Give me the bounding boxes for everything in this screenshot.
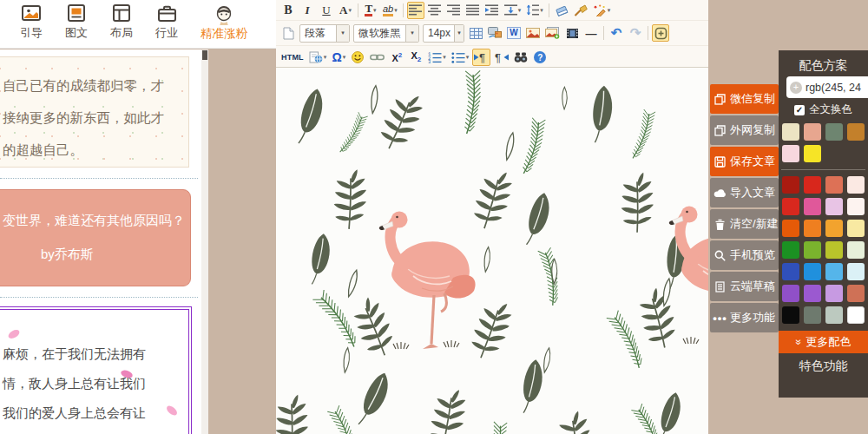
editor-canvas[interactable] bbox=[276, 68, 708, 434]
text-direction-ltr-button[interactable]: ¶ bbox=[472, 49, 490, 66]
color-swatch[interactable] bbox=[804, 198, 821, 215]
text-direction-rtl-button[interactable]: ¶ bbox=[492, 49, 510, 66]
nav-item-fans-growth[interactable]: 精准涨粉 bbox=[191, 3, 257, 42]
import-article-button[interactable]: 导入文章 bbox=[710, 178, 779, 207]
screenshot-button[interactable] bbox=[486, 24, 503, 42]
paragraph-select[interactable]: 段落▾ bbox=[299, 24, 350, 43]
insert-box-button[interactable] bbox=[652, 24, 669, 42]
eraser-button[interactable] bbox=[553, 2, 570, 19]
subscript-button[interactable]: X2 bbox=[407, 49, 424, 66]
color-swatch[interactable] bbox=[847, 263, 865, 280]
color-swatch[interactable] bbox=[782, 263, 799, 280]
color-swatch[interactable] bbox=[825, 285, 843, 302]
color-swatch[interactable] bbox=[825, 306, 843, 324]
undo-button[interactable]: ↶ bbox=[608, 24, 625, 42]
more-colors-button[interactable]: » 更多配色 bbox=[779, 331, 868, 353]
page-preview-button[interactable]: ▾ bbox=[307, 49, 329, 66]
color-swatch[interactable] bbox=[804, 220, 821, 237]
help-button[interactable]: ? bbox=[531, 49, 549, 66]
indent-button[interactable] bbox=[483, 2, 501, 19]
color-swatch[interactable] bbox=[847, 285, 865, 302]
font-family-select[interactable]: 微软雅黑▾ bbox=[353, 24, 419, 43]
color-swatch[interactable] bbox=[847, 241, 865, 259]
unordered-list-button[interactable]: ▾ bbox=[450, 49, 471, 66]
insert-link-button[interactable] bbox=[368, 49, 386, 66]
color-swatch[interactable] bbox=[825, 123, 843, 141]
nav-item-guide[interactable]: 引导 bbox=[9, 3, 54, 41]
color-swatch[interactable] bbox=[847, 220, 865, 237]
more-functions-button[interactable]: ••• 更多功能 bbox=[710, 303, 779, 332]
word-import-button[interactable]: W bbox=[505, 24, 523, 42]
align-center-button[interactable] bbox=[426, 2, 444, 19]
color-swatch[interactable] bbox=[782, 145, 799, 162]
font-size-select[interactable]: 14px▾ bbox=[423, 24, 464, 43]
superscript-button[interactable]: X2 bbox=[388, 49, 405, 66]
font-color-button[interactable]: T▾ bbox=[362, 2, 379, 19]
template-card-quote-2[interactable]: 变世界，难道还有其他原因吗？ by乔布斯 bbox=[0, 189, 191, 286]
color-swatch[interactable] bbox=[825, 263, 843, 280]
color-swatch[interactable] bbox=[782, 220, 799, 237]
color-swatch[interactable] bbox=[804, 306, 821, 324]
phone-preview-button[interactable]: 手机预览 bbox=[710, 240, 779, 270]
para-spacing-button[interactable]: ▾ bbox=[503, 2, 523, 19]
multi-image-button[interactable] bbox=[543, 24, 562, 42]
magic-format-button[interactable]: ▾ bbox=[591, 2, 613, 19]
align-justify-button[interactable] bbox=[464, 2, 482, 19]
cloud-draft-button[interactable]: 云端草稿 bbox=[710, 272, 779, 301]
nav-item-article[interactable]: 图文 bbox=[54, 3, 99, 41]
italic-button[interactable]: I bbox=[299, 2, 316, 19]
color-swatch[interactable] bbox=[847, 176, 865, 194]
format-brush-button[interactable] bbox=[572, 2, 589, 19]
special-features-header[interactable]: 特色功能 bbox=[779, 353, 868, 379]
rgb-color-input[interactable]: + rgb(245, 24 bbox=[786, 76, 868, 98]
horizontal-rule-button[interactable]: — bbox=[582, 24, 600, 42]
color-swatch[interactable] bbox=[804, 123, 821, 141]
font-size-button[interactable]: A▾ bbox=[337, 2, 354, 19]
color-swatch[interactable] bbox=[782, 285, 799, 302]
new-doc-button[interactable] bbox=[279, 24, 297, 42]
redo-button[interactable]: ↷ bbox=[627, 24, 644, 42]
insert-table-button[interactable] bbox=[467, 24, 484, 42]
align-left-button[interactable] bbox=[407, 2, 424, 19]
nav-item-layout[interactable]: 布局 bbox=[99, 3, 144, 41]
highlight-color-button[interactable]: ab▾ bbox=[381, 2, 399, 19]
recolor-checkbox-row[interactable]: ✓ 全文换色 bbox=[779, 98, 868, 122]
color-swatch[interactable] bbox=[782, 198, 799, 215]
find-replace-button[interactable] bbox=[512, 49, 529, 66]
wechat-copy-button[interactable]: 微信复制 bbox=[710, 84, 779, 114]
special-char-button[interactable]: Ω▾ bbox=[330, 49, 347, 66]
add-color-icon[interactable]: + bbox=[790, 82, 802, 94]
color-swatch[interactable] bbox=[782, 306, 799, 324]
checkbox-checked-icon[interactable]: ✓ bbox=[794, 105, 805, 115]
insert-video-button[interactable] bbox=[563, 24, 581, 42]
color-swatch[interactable] bbox=[825, 220, 843, 237]
color-swatch[interactable] bbox=[804, 145, 821, 162]
html-source-button[interactable]: HTML bbox=[279, 49, 306, 66]
save-article-button[interactable]: 保存文章 bbox=[710, 147, 779, 176]
color-swatch[interactable] bbox=[804, 285, 821, 302]
color-swatch[interactable] bbox=[825, 198, 843, 215]
template-card-quote-3[interactable]: 麻烦，在于我们无法拥有 情，敌人身上总有让我们 我们的爱人身上总会有让 。——叶… bbox=[0, 309, 189, 434]
color-swatch[interactable] bbox=[782, 123, 799, 141]
color-swatch[interactable] bbox=[825, 176, 843, 194]
line-height-button[interactable]: ▾ bbox=[524, 2, 545, 19]
color-swatch[interactable] bbox=[804, 241, 821, 259]
color-swatch[interactable] bbox=[804, 263, 821, 280]
nav-item-industry[interactable]: 行业 bbox=[144, 3, 189, 41]
align-right-button[interactable] bbox=[445, 2, 463, 19]
color-swatch[interactable] bbox=[847, 306, 865, 324]
insert-image-button[interactable] bbox=[524, 24, 542, 42]
clear-new-button[interactable]: 清空/新建 bbox=[710, 209, 779, 239]
color-swatch[interactable] bbox=[804, 176, 821, 194]
scrollbar-thumb[interactable] bbox=[202, 50, 207, 60]
color-swatch[interactable] bbox=[782, 176, 799, 194]
external-copy-button[interactable]: 外网复制 bbox=[710, 115, 779, 145]
color-swatch[interactable] bbox=[825, 241, 843, 259]
template-scrollbar[interactable] bbox=[201, 49, 208, 434]
color-swatch[interactable] bbox=[847, 198, 865, 215]
color-swatch[interactable] bbox=[847, 123, 865, 141]
emoji-button[interactable] bbox=[349, 49, 366, 66]
template-card-quote-1[interactable]: 自己已有的成绩都归零，才 接纳更多的新东西，如此才 的超越自己。 bbox=[0, 56, 189, 168]
bold-button[interactable]: B bbox=[279, 2, 297, 19]
underline-button[interactable]: U bbox=[318, 2, 335, 19]
